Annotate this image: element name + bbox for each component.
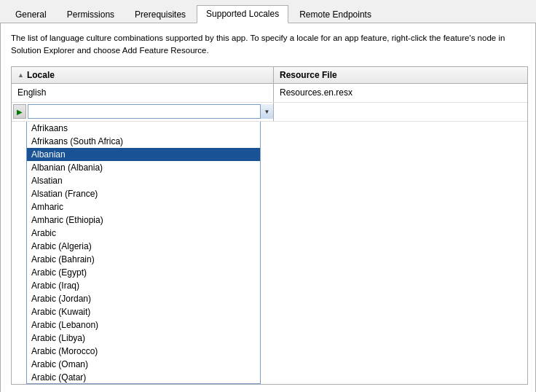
dropdown-item[interactable]: Arabic (Bahrain) <box>27 253 260 266</box>
dropdown-item[interactable]: Arabic (Lebanon) <box>27 318 260 332</box>
table-header: ▲ Locale Resource File <box>12 67 527 84</box>
locale-select-wrapper: ▼ <box>28 104 273 119</box>
tab-supported-locales[interactable]: Supported Locales <box>197 5 288 23</box>
table-row: English Resources.en.resx <box>12 84 527 103</box>
table-body: English Resources.en.resx ▶ ▼ <box>12 84 527 384</box>
dropdown-row: AfrikaansAfrikaans (South Africa)Albania… <box>12 122 527 384</box>
tab-bar: General Permissions Prerequisites Suppor… <box>0 0 536 23</box>
locale-dropdown-list[interactable]: AfrikaansAfrikaans (South Africa)Albania… <box>26 122 261 384</box>
sort-arrow-icon: ▲ <box>17 71 24 79</box>
dropdown-item[interactable]: Albanian <box>27 148 260 161</box>
locale-table: ▲ Locale Resource File English Resources… <box>11 66 528 385</box>
description-text: The list of language culture combination… <box>11 32 506 58</box>
dropdown-item[interactable]: Arabic (Morocco) <box>27 345 260 358</box>
add-locale-button[interactable]: ▶ <box>13 104 26 119</box>
locale-value: English <box>17 87 46 98</box>
resource-cell: Resources.en.resx <box>274 84 527 102</box>
dropdown-item[interactable]: Arabic (Libya) <box>27 332 260 345</box>
tab-remote-endpoints[interactable]: Remote Endpoints <box>290 6 381 23</box>
dropdown-item[interactable]: Alsatian <box>27 174 260 187</box>
dropdown-item[interactable]: Arabic <box>27 227 260 240</box>
dropdown-item[interactable]: Arabic (Kuwait) <box>27 305 260 318</box>
dropdown-item[interactable]: Amharic (Ethiopia) <box>27 213 260 227</box>
new-locale-cell: ▶ ▼ <box>12 103 274 121</box>
column-resource-header: Resource File <box>274 67 527 83</box>
dropdown-item[interactable]: Albanian (Albania) <box>27 161 260 174</box>
dropdown-item[interactable]: Afrikaans (South Africa) <box>27 135 260 148</box>
locale-dropdown-button[interactable]: ▼ <box>260 104 273 119</box>
dropdown-item[interactable]: Arabic (Iraq) <box>27 279 260 292</box>
dropdown-item[interactable]: Arabic (Egypt) <box>27 266 260 279</box>
dropdown-item[interactable]: Amharic <box>27 200 260 213</box>
dropdown-item[interactable]: Arabic (Algeria) <box>27 240 260 253</box>
tab-permissions[interactable]: Permissions <box>58 6 124 23</box>
dropdown-item[interactable]: Alsatian (France) <box>27 187 260 200</box>
column-locale-header: ▲ Locale <box>12 67 274 83</box>
dropdown-item[interactable]: Arabic (Oman) <box>27 358 260 371</box>
tab-prerequisites[interactable]: Prerequisites <box>125 6 195 23</box>
content-area: The list of language culture combination… <box>0 23 536 392</box>
new-locale-row: ▶ ▼ <box>12 103 527 122</box>
dropdown-item[interactable]: Arabic (Qatar) <box>27 371 260 384</box>
dropdown-item[interactable]: Afrikaans <box>27 122 260 135</box>
locale-cell: English <box>12 84 274 102</box>
locale-column-label: Locale <box>27 70 55 80</box>
resource-value: Resources.en.resx <box>280 87 352 98</box>
tab-general[interactable]: General <box>6 6 56 23</box>
dropdown-item[interactable]: Arabic (Jordan) <box>27 292 260 305</box>
locale-input[interactable] <box>28 104 273 119</box>
